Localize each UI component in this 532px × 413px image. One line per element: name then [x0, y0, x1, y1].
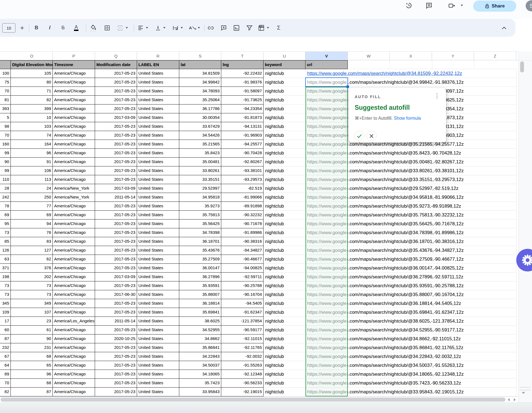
cell[interactable]: United States [137, 237, 179, 246]
cell[interactable]: 2017-05-23 [95, 281, 137, 290]
vertical-scrollbar-thumb[interactable] [520, 61, 524, 72]
cell[interactable]: 2017-05-23 [95, 388, 137, 396]
cell-keyword[interactable]: nightclub [265, 343, 284, 352]
cell[interactable]: 2017-05-23 [95, 326, 137, 334]
cell[interactable]: -81.99066 [221, 193, 264, 202]
cell[interactable]: 2017-05-23 [95, 96, 137, 104]
cell[interactable]: 71 [11, 87, 53, 96]
cell[interactable]: America/Chicago [53, 361, 95, 370]
cell[interactable]: 202 [11, 273, 53, 281]
cell[interactable]: 33.67429 [179, 122, 221, 131]
cell[interactable]: 82 [11, 96, 53, 104]
cell[interactable]: United States [137, 352, 179, 361]
show-formula-link[interactable]: Show formula [394, 116, 421, 121]
cell[interactable]: 2017-05-23 [95, 104, 137, 113]
cell[interactable]: United States [137, 317, 179, 326]
cell[interactable]: 376 [11, 264, 53, 273]
cell[interactable]: -91.62347 [221, 308, 264, 317]
cell[interactable]: 70 [0, 87, 11, 96]
cell[interactable]: America/Chicago [53, 211, 95, 219]
cell[interactable]: 99 [0, 166, 11, 175]
cell[interactable]: 83 [11, 237, 53, 246]
cell[interactable]: 34.78398 [179, 228, 221, 237]
cell[interactable]: United States [137, 299, 179, 308]
cell[interactable]: 77 [11, 202, 53, 211]
cell-keyword[interactable]: nightclub [265, 290, 284, 299]
cell[interactable]: 67 [0, 352, 11, 361]
cell[interactable]: -94.00825 [221, 264, 264, 273]
cell[interactable]: America/Chicago [53, 219, 95, 228]
cell[interactable]: 82 [0, 388, 11, 396]
cell[interactable]: 113 [11, 175, 53, 184]
cell[interactable]: 5 [0, 113, 11, 122]
cell[interactable]: 105 [11, 69, 53, 78]
cell[interactable]: 2017-05-23 [95, 211, 137, 219]
cell[interactable]: America/Chicago [53, 104, 95, 113]
cell[interactable]: 33.95843 [179, 388, 221, 396]
cell[interactable]: 35.75813 [179, 211, 221, 219]
cell[interactable]: 35.21565 [179, 140, 221, 149]
cell[interactable]: 68 [11, 352, 53, 361]
cell-keyword[interactable]: nightclub [265, 237, 284, 246]
cell[interactable]: 242 [0, 193, 11, 202]
cell[interactable]: America/Chicago [53, 149, 95, 158]
cell[interactable]: 2017-05-23 [95, 246, 137, 255]
cell[interactable]: 34.95818 [179, 193, 221, 202]
cell[interactable]: 35.86841 [179, 343, 221, 352]
cell[interactable]: 30.00354 [179, 113, 221, 122]
cell-keyword[interactable]: nightclub [265, 140, 284, 149]
cell[interactable]: 33.35151 [179, 175, 221, 184]
cell[interactable]: United States [137, 326, 179, 334]
cell-keyword[interactable]: nightclub [265, 69, 284, 78]
cell[interactable]: 91 [11, 158, 53, 166]
cell[interactable]: 2017-03-09 [95, 184, 137, 193]
cell[interactable]: 36.18701 [179, 237, 221, 246]
cell[interactable]: 23 [11, 317, 53, 326]
cell[interactable]: United States [137, 273, 179, 281]
cell[interactable]: America/Chicago [53, 388, 95, 396]
cell[interactable]: United States [137, 87, 179, 96]
cell[interactable]: 34.81509 [179, 69, 221, 78]
cell[interactable]: 35.69841 [179, 308, 221, 317]
cell-keyword[interactable]: nightclub [265, 317, 284, 326]
cell[interactable]: 2011-05-14 [95, 193, 137, 202]
cell[interactable]: 99 [0, 149, 11, 158]
cell[interactable]: United States [137, 255, 179, 264]
cell[interactable]: 36.00147 [179, 264, 221, 273]
cell-keyword[interactable]: nightclub [265, 326, 284, 334]
cell[interactable]: United States [137, 379, 179, 388]
cell[interactable]: 2017-05-23 [95, 202, 137, 211]
cell[interactable]: America/Chicago [53, 290, 95, 299]
cell-keyword[interactable]: nightclub [265, 370, 284, 379]
cell[interactable]: America/Chicago [53, 78, 95, 87]
cell[interactable]: America/Chicago [53, 379, 95, 388]
cell[interactable]: -90.56233 [221, 379, 264, 388]
cell[interactable]: United States [137, 122, 179, 131]
cell[interactable]: 34.52955 [179, 326, 221, 334]
cell[interactable]: 34.50037 [179, 361, 221, 370]
popup-menu-icon[interactable]: ⋮ [434, 93, 440, 99]
cell[interactable]: -94.13131 [221, 122, 264, 131]
cell[interactable]: 35.9273 [179, 202, 221, 211]
cell[interactable]: America/Chicago [53, 158, 95, 166]
cell[interactable]: 2017-03-09 [95, 273, 137, 281]
cell-keyword[interactable]: nightclub [265, 211, 284, 219]
cell-keyword[interactable]: nightclub [265, 113, 284, 122]
cell[interactable]: 349 [11, 299, 53, 308]
cell[interactable]: 35.56425 [179, 219, 221, 228]
cell-url-link[interactable]: https://www.google.com/maps/search/night… [307, 69, 462, 78]
cell[interactable]: 2017-05-23 [95, 149, 137, 158]
cell[interactable]: United States [137, 104, 179, 113]
cell[interactable]: -91.89986 [221, 228, 264, 237]
cell[interactable]: 61 [11, 326, 53, 334]
cell[interactable]: 399 [11, 104, 53, 113]
cell[interactable]: United States [137, 228, 179, 237]
cell[interactable]: 62 [11, 255, 53, 264]
cell[interactable]: 160 [0, 140, 11, 149]
cell[interactable]: 10 [11, 113, 53, 122]
cell[interactable]: 35.93591 [179, 281, 221, 290]
cell[interactable]: 35.00481 [179, 158, 221, 166]
cell[interactable]: America/Chicago [53, 246, 95, 255]
cell[interactable]: 2017-05-23 [95, 122, 137, 131]
cell[interactable]: United States [137, 149, 179, 158]
